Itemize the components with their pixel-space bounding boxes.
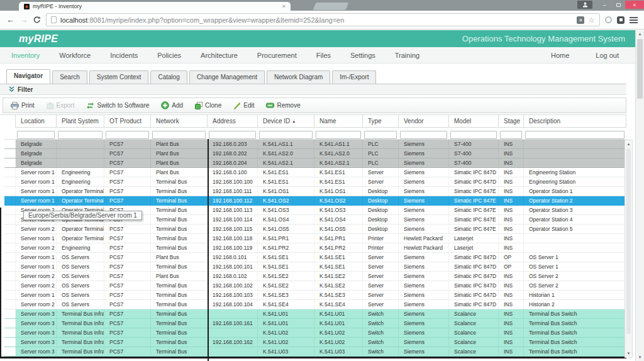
- column-filter-input-type[interactable]: [364, 131, 397, 139]
- table-row[interactable]: Server room 1OS ServersPCS7Terminal Bus1…: [4, 291, 626, 300]
- column-filter-input-plant-system[interactable]: [58, 131, 103, 139]
- table-row[interactable]: Server room 3Terminal Bus InfrastruPCS7T…: [4, 319, 626, 328]
- table-row[interactable]: BelgradePCS7Plant Bus192.168.0.203K.541.…: [4, 140, 626, 149]
- tab-catalog[interactable]: Catalog: [150, 70, 187, 84]
- forward-button[interactable]: →: [19, 16, 28, 24]
- close-button[interactable]: ×: [625, 1, 644, 9]
- add-button[interactable]: Add: [161, 101, 183, 109]
- table-row[interactable]: Server room 3Terminal Bus InfrastruPCS7T…: [4, 309, 626, 319]
- remove-button[interactable]: Remove: [266, 102, 300, 109]
- column-filter-input-description[interactable]: [525, 131, 625, 139]
- refresh-button[interactable]: [33, 16, 41, 24]
- column-header-stage[interactable]: Stage: [499, 115, 524, 128]
- tab-navigator[interactable]: Navigator: [6, 69, 50, 84]
- column-filter-input-address[interactable]: [209, 131, 256, 139]
- browser-menu-icon[interactable]: [630, 17, 638, 23]
- table-scrollbar[interactable]: ▲ ▼: [625, 140, 633, 358]
- column-filter-input-model[interactable]: [450, 131, 497, 139]
- tab-change-management[interactable]: Change Management: [189, 70, 265, 84]
- scroll-up-icon[interactable]: ▲: [625, 140, 632, 148]
- page-scroll-up-icon[interactable]: ▲: [636, 30, 644, 38]
- nav-item-workforce[interactable]: Workforce: [59, 52, 91, 59]
- table-row[interactable]: Server room 1Operator TerminalsPCS7Termi…: [4, 234, 626, 243]
- tab-close-icon[interactable]: ×: [282, 4, 286, 9]
- tab-network-diagram[interactable]: Network Diagram: [267, 70, 330, 84]
- scrollbar-thumb[interactable]: [626, 148, 631, 334]
- column-filter-input-network[interactable]: [152, 131, 206, 139]
- column-header-network[interactable]: Network: [151, 115, 208, 128]
- column-header-name[interactable]: Name: [314, 115, 363, 128]
- table-row[interactable]: Server room 2OS ServersPCS7Plant Bus192.…: [4, 272, 626, 281]
- cell: INS: [499, 206, 524, 214]
- table-row[interactable]: Server room 1Operator TerminalsPCS7Termi…: [4, 187, 626, 196]
- tab-search[interactable]: Search: [52, 70, 87, 84]
- table-row[interactable]: Server room 1Operator TerminalsPCS7Termi…: [4, 196, 626, 206]
- print-button[interactable]: Print: [11, 102, 35, 109]
- column-filter-input-ot-product[interactable]: [106, 131, 149, 139]
- url-field[interactable]: localhost:8081/myripe/index.php?option=c…: [46, 13, 600, 26]
- page-scrollbar[interactable]: ▲ ▼: [635, 30, 644, 361]
- nav-item-home[interactable]: Home: [551, 52, 569, 59]
- nav-item-procurement[interactable]: Procurement: [257, 52, 297, 59]
- extension-icon[interactable]: [617, 16, 625, 24]
- table-row[interactable]: Server room 2OS ServersPCS7Terminal Bus1…: [4, 300, 626, 309]
- row-gutter: [4, 272, 16, 280]
- column-header-ot-product[interactable]: OT Product: [104, 115, 151, 128]
- cell: 192.168.100.113: [208, 206, 258, 214]
- table-row[interactable]: Server room 2OS ServersPCS7Terminal Bus1…: [4, 281, 626, 291]
- column-header-address[interactable]: Address: [208, 115, 258, 128]
- filter-bar[interactable]: Filter: [0, 84, 626, 95]
- new-tab-button[interactable]: [313, 3, 349, 10]
- nav-item-architecture[interactable]: Architecture: [201, 52, 238, 59]
- table-row[interactable]: Server room 2Operator TerminalsPCS7Termi…: [4, 225, 626, 234]
- nav-item-incidents[interactable]: Incidents: [110, 52, 138, 59]
- minimize-button[interactable]: –: [597, 1, 611, 9]
- browser-tab[interactable]: ★ myRIPE - Inventory ×: [19, 2, 291, 11]
- column-filter-input-stage[interactable]: [500, 131, 522, 139]
- table-row[interactable]: Server room 3Terminal Bus InfrastruPCS7T…: [4, 347, 626, 357]
- nav-item-training[interactable]: Training: [395, 52, 419, 59]
- column-header-device-id[interactable]: Device ID▲: [258, 115, 314, 128]
- url-text[interactable]: localhost:8081/myripe/index.php?option=c…: [60, 16, 573, 24]
- nav-item-settings[interactable]: Settings: [350, 52, 375, 59]
- table-row[interactable]: Server room 3Terminal Bus InfrastruPCS7T…: [4, 338, 626, 347]
- browser-action-icon[interactable]: [605, 16, 612, 23]
- cell: Siemens: [399, 215, 449, 224]
- nav-item-files[interactable]: Files: [316, 52, 331, 59]
- column-header-plant-system[interactable]: Plant System: [57, 115, 104, 128]
- page-scroll-down-icon[interactable]: ▼: [636, 353, 644, 361]
- nav-item-inventory[interactable]: Inventory: [11, 52, 40, 59]
- table-row[interactable]: Server room 1OS ServersPCS7Plant Bus192.…: [4, 253, 626, 262]
- column-filter-input-name[interactable]: [316, 131, 361, 139]
- page-scrollbar-thumb[interactable]: [637, 39, 643, 99]
- table-row[interactable]: BelgradePCS7Plant Bus192.168.0.202K.541.…: [4, 149, 626, 158]
- profile-button[interactable]: [577, 1, 592, 9]
- column-header-type[interactable]: Type: [363, 115, 399, 128]
- table-row[interactable]: Server room 1OS ServersPCS7Terminal Bus1…: [4, 262, 626, 272]
- maximize-button[interactable]: [611, 1, 625, 9]
- column-header-description[interactable]: Description: [524, 115, 626, 128]
- column-filter-input-device-id[interactable]: [259, 131, 313, 139]
- table-row[interactable]: Server room 1EngineeringPCS7Terminal Bus…: [4, 177, 626, 187]
- table-row[interactable]: Server room 1EngineeringPCS7Plant Bus192…: [4, 168, 626, 177]
- column-header-vendor[interactable]: Vendor: [399, 115, 449, 128]
- table-row[interactable]: Server room 3Terminal Bus InfrastruPCS7T…: [4, 328, 626, 338]
- clone-button[interactable]: Clone: [195, 102, 221, 109]
- tab-system-context[interactable]: System Context: [89, 70, 149, 84]
- edit-button[interactable]: Edit: [233, 102, 254, 109]
- back-button[interactable]: ←: [6, 16, 14, 24]
- switch-to-software-button[interactable]: Switch to Software: [86, 102, 149, 109]
- tab-im-export[interactable]: Im-/Export: [332, 70, 376, 84]
- table-row[interactable]: BelgradePCS7Plant Bus192.168.0.204K.541.…: [4, 158, 626, 168]
- table-row[interactable]: Server room 2EngineeringPCS7Terminal Bus…: [4, 243, 626, 253]
- scroll-down-icon[interactable]: ▼: [625, 350, 632, 357]
- column-divider-line[interactable]: [208, 139, 209, 361]
- nav-item-log-out[interactable]: Log out: [596, 52, 619, 59]
- column-header-model[interactable]: Model: [449, 115, 499, 128]
- bookmark-star-icon[interactable]: ☆: [588, 16, 595, 24]
- column-filter-input-vendor[interactable]: [400, 131, 447, 139]
- translate-icon[interactable]: a: [577, 16, 584, 24]
- column-header-location[interactable]: Location: [16, 115, 57, 128]
- nav-item-policies[interactable]: Policies: [157, 52, 181, 59]
- column-filter-input-location[interactable]: [17, 131, 55, 139]
